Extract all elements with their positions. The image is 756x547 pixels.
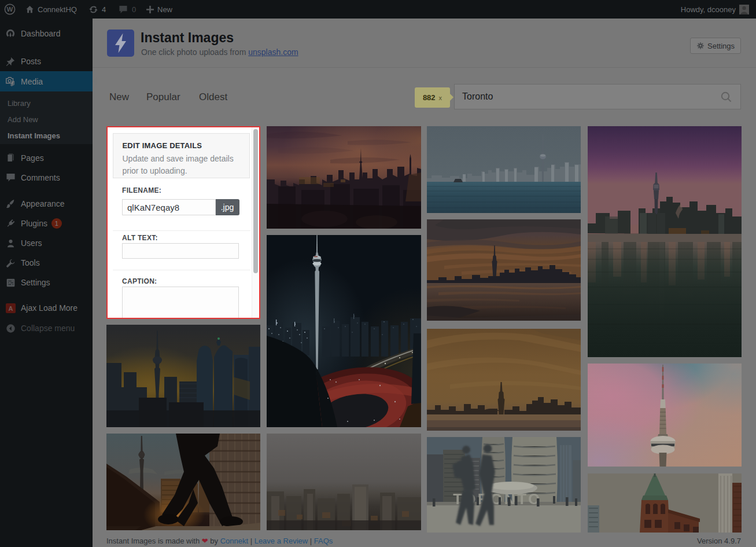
svg-text:W: W	[7, 6, 13, 13]
svg-text:A: A	[8, 304, 13, 311]
